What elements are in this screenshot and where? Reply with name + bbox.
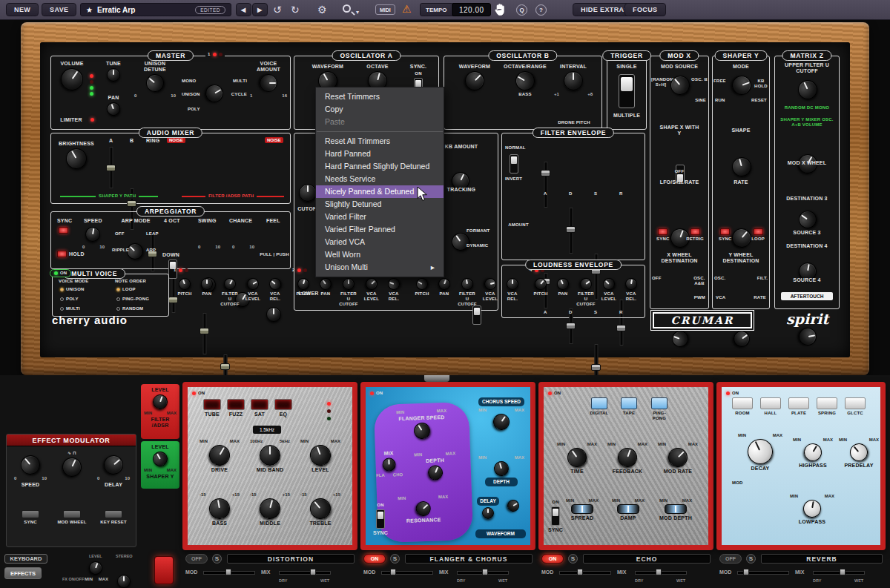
cutoff-knob[interactable] <box>299 184 317 202</box>
distortion-mix-slider[interactable] <box>279 569 331 575</box>
voice4-pan-knob[interactable] <box>555 276 570 291</box>
echo-sync-switch[interactable] <box>551 506 560 526</box>
voice1-vca-knob[interactable] <box>245 276 261 292</box>
voice4-vca-knob[interactable] <box>601 276 618 293</box>
arp-hold-button[interactable] <box>57 251 67 257</box>
fxmod-modwheel-button[interactable] <box>63 510 81 518</box>
echo-solo-button[interactable]: S <box>568 554 578 564</box>
menu-item-varied-vca[interactable]: Varied VCA <box>316 236 444 248</box>
echo-mix-slider[interactable] <box>635 569 687 575</box>
mod-x-sync-button[interactable] <box>658 228 668 235</box>
voice3-pan-knob[interactable] <box>437 277 452 292</box>
filter-env-decay-slider[interactable] <box>566 208 576 254</box>
tube-button[interactable] <box>203 399 221 410</box>
flanger-speed-knob[interactable] <box>411 420 433 442</box>
voice4-pitch-knob[interactable] <box>533 276 550 293</box>
voice1-filter-knob[interactable] <box>222 276 238 292</box>
fxmod-keyreset-button[interactable] <box>105 510 122 518</box>
spread-knob[interactable] <box>571 504 593 514</box>
hand-drag-icon[interactable] <box>494 3 507 20</box>
voice1-pan-knob[interactable] <box>201 278 213 290</box>
voice1-vcarel-knob[interactable] <box>267 276 284 293</box>
voice1-pitch-knob[interactable] <box>177 277 193 292</box>
distortion-mod-slider[interactable] <box>203 569 255 575</box>
radio-random[interactable]: RANDOM <box>116 306 143 311</box>
radio-loop[interactable]: LOOP <box>116 287 136 292</box>
resonance-knob[interactable] <box>413 498 434 519</box>
save-button[interactable]: SAVE <box>42 3 76 16</box>
multi-voice-on-toggle[interactable]: ON <box>50 269 71 277</box>
voice4-vcarel-knob[interactable] <box>624 277 639 291</box>
osc-b-interval-knob[interactable] <box>564 71 583 90</box>
menu-item-unison-multi[interactable]: Unison Multi▸ <box>316 261 444 274</box>
flanger-power-button[interactable]: ON <box>363 554 386 564</box>
settings-gear-icon[interactable]: ⚙ <box>317 2 327 17</box>
fuzz-button[interactable] <box>227 399 245 410</box>
radio-multi[interactable]: MULTI <box>60 306 80 311</box>
feedback-knob[interactable] <box>615 445 639 469</box>
osc-b-waveform-knob[interactable] <box>461 67 489 95</box>
reverb-mod-slider[interactable] <box>737 569 789 575</box>
lowpass-knob[interactable] <box>802 498 823 519</box>
panel-release-tab[interactable] <box>424 375 449 382</box>
digital-button[interactable] <box>591 397 607 409</box>
favorite-star-icon[interactable]: ★ <box>86 6 93 14</box>
arp-speed-knob[interactable] <box>84 225 101 242</box>
matrix-dest4-knob[interactable] <box>797 326 818 347</box>
predelay-knob[interactable] <box>846 440 871 465</box>
echo-power-button[interactable]: ON <box>541 554 564 564</box>
voice2-vcarel-knob[interactable] <box>386 277 402 292</box>
midi-indicator[interactable]: MIDI <box>375 4 395 15</box>
damp-knob[interactable] <box>617 504 639 514</box>
voice4-filter-knob[interactable] <box>578 276 594 292</box>
shape-knob[interactable] <box>730 155 754 179</box>
matrix-dest1-knob[interactable] <box>795 77 821 103</box>
eq-button[interactable] <box>274 399 292 410</box>
flanger-mix-slider[interactable] <box>457 569 509 575</box>
qwerty-keyboard-button[interactable]: Q <box>516 4 527 16</box>
drive-knob[interactable] <box>205 441 234 469</box>
shaper-sync-button[interactable] <box>720 228 730 235</box>
keyboard-tab[interactable]: KEYBOARD <box>4 554 47 564</box>
preset-selector[interactable]: ★ Erratic Arp EDITED <box>80 3 231 16</box>
middle-knob[interactable] <box>257 496 283 521</box>
reverb-power-button[interactable]: OFF <box>719 554 742 564</box>
filter-send-knob[interactable] <box>151 392 170 412</box>
fxmod-speed-knob[interactable] <box>17 452 44 479</box>
spring-button[interactable] <box>817 397 837 409</box>
echo-mod-slider[interactable] <box>559 569 611 575</box>
menu-item-varied-filter-panned[interactable]: Varied Filter Panned <box>316 223 444 236</box>
next-preset-button[interactable]: ▶ <box>252 3 268 16</box>
redo-icon[interactable]: ↻ <box>291 2 300 17</box>
voice3-filter-knob[interactable] <box>461 277 475 291</box>
modrate-knob[interactable] <box>665 444 692 472</box>
effects-tab[interactable]: EFFECTS <box>4 567 42 579</box>
radio-pingpong[interactable]: PING-PONG <box>116 297 149 302</box>
menu-item-hard-panned-slightly-detuned[interactable]: Hard Panned Slightly Detuned <box>316 160 444 173</box>
zoom-icon[interactable] <box>343 4 351 13</box>
voice3-vcarel-knob[interactable] <box>507 278 518 290</box>
flanger-sync-switch[interactable] <box>376 509 385 529</box>
mixer-slider-a[interactable] <box>106 147 116 188</box>
glctc-button[interactable] <box>845 397 866 409</box>
osc-b-octave-knob[interactable] <box>512 67 538 94</box>
moddepth-knob[interactable] <box>665 504 687 514</box>
radio-unison[interactable]: UNISON <box>60 287 85 292</box>
room-button[interactable] <box>732 397 753 409</box>
dist-level-knob[interactable] <box>307 442 334 469</box>
decay-knob[interactable] <box>743 435 777 468</box>
menu-item-reset-all-trimmers[interactable]: Reset All Trimmers <box>316 135 444 148</box>
prev-preset-button[interactable]: ◀ <box>236 3 251 16</box>
unison-detune-knob[interactable] <box>142 70 168 96</box>
fxmod-wave-knob[interactable] <box>59 455 85 480</box>
voice2-pan-knob[interactable] <box>317 276 334 292</box>
chorus-delay-knob[interactable] <box>482 507 494 519</box>
radio-poly[interactable]: POLY <box>60 297 79 302</box>
volume-knob[interactable] <box>56 64 88 95</box>
pan-knob[interactable] <box>105 101 122 118</box>
flanger-solo-button[interactable]: S <box>390 554 400 564</box>
help-button[interactable]: ? <box>535 4 547 16</box>
time-knob[interactable] <box>564 444 590 471</box>
sat-button[interactable] <box>251 399 268 410</box>
trigger-switch[interactable] <box>619 74 635 108</box>
